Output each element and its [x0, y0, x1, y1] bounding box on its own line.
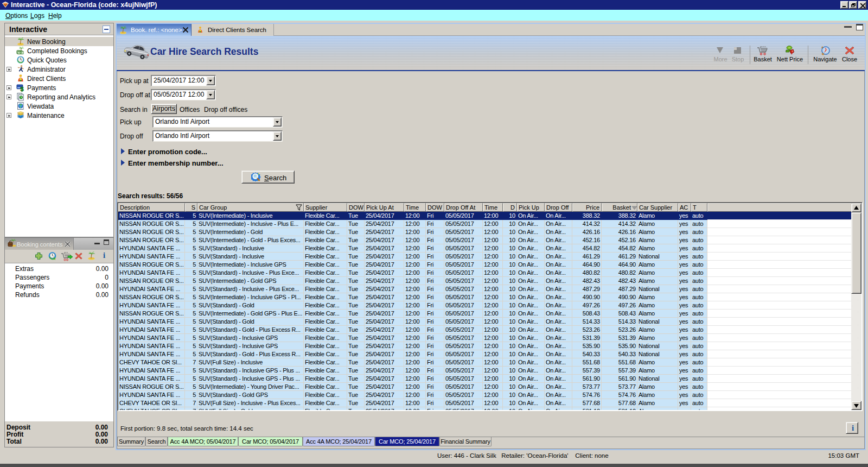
svg-text:i: i — [103, 251, 105, 259]
svg-text:i: i — [852, 424, 854, 432]
svg-text:$: $ — [21, 86, 24, 92]
